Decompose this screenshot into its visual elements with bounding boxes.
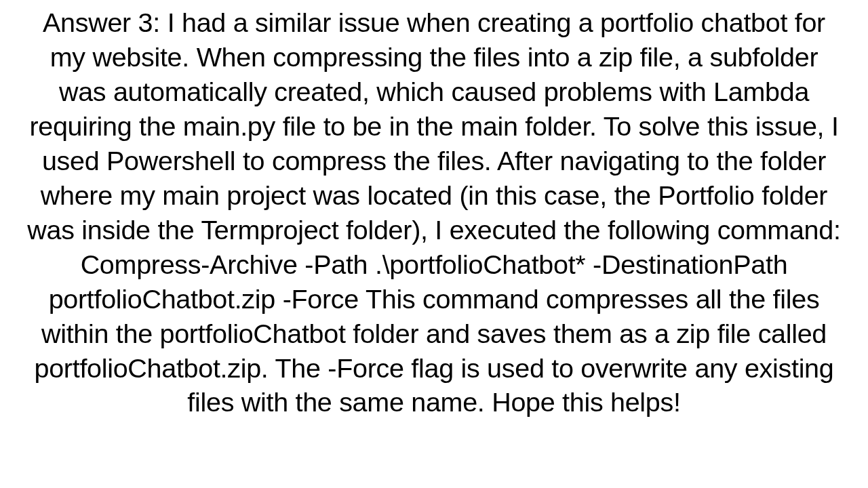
answer-container: Answer 3: I had a similar issue when cre… — [14, 0, 854, 420]
answer-body: I had a similar issue when creating a po… — [27, 7, 840, 417]
answer-label: Answer 3: — [43, 7, 160, 37]
answer-text: Answer 3: I had a similar issue when cre… — [27, 5, 841, 420]
